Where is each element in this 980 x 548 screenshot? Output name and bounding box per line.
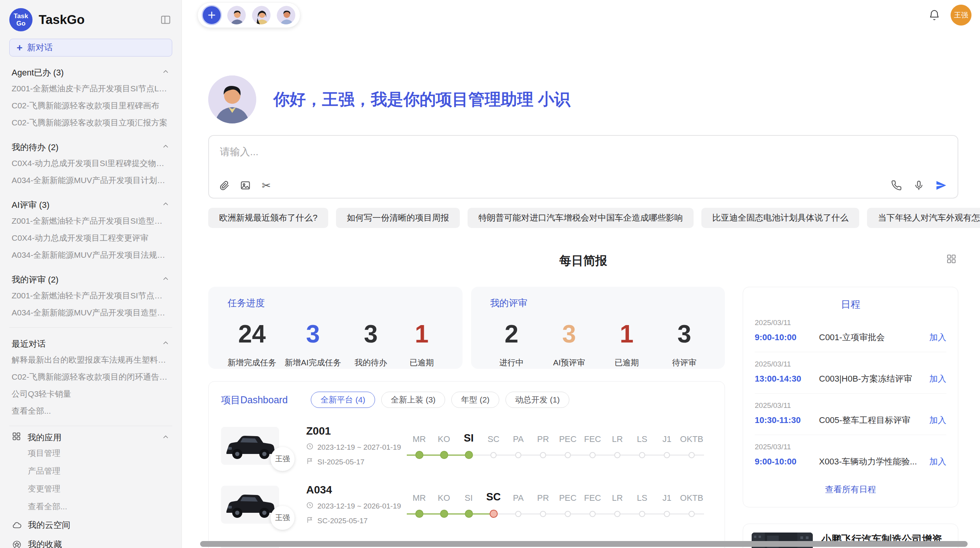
chevron-up-icon[interactable]	[161, 142, 170, 153]
view-all-schedule-link[interactable]: 查看所有日程	[755, 484, 946, 495]
new-chat-button[interactable]: + 新对话	[9, 39, 172, 57]
scrollbar-thumb[interactable]	[200, 541, 968, 547]
project-flag-milestone: SC-2025-05-17	[306, 516, 403, 526]
milestone-dot-OKTB[interactable]	[689, 511, 695, 517]
milestone-dot-MR[interactable]	[415, 451, 423, 459]
milestone-dot-PR[interactable]	[540, 511, 546, 517]
milestone-dot-SC[interactable]	[490, 452, 497, 458]
sidebar-task-item[interactable]: C02-飞腾新能源轻客改款项目里程碑画布	[9, 97, 172, 114]
chat-input[interactable]	[209, 136, 958, 171]
sidebar-task-item[interactable]: Z001-全新燃油皮卡产品开发项目SI节点Lesson Learn报告	[9, 80, 172, 97]
scissors-icon[interactable]: ✂	[260, 179, 272, 192]
join-meeting-link[interactable]: 加入	[929, 456, 946, 468]
milestone-label-OKTB: OKTB	[679, 493, 704, 503]
chevron-up-icon[interactable]	[161, 67, 170, 78]
mic-icon[interactable]	[913, 179, 925, 192]
chevron-up-icon[interactable]	[161, 339, 170, 349]
dashboard-filter-tab[interactable]: 全新平台 (4)	[311, 392, 375, 408]
suggestion-chip[interactable]: 特朗普可能对进口汽车增税会对中国车企造成哪些影响	[468, 208, 694, 228]
sidebar-task-item[interactable]: C02-飞腾新能源轻客改款项目立项汇报方案	[9, 114, 172, 131]
milestone-dot-SI[interactable]	[465, 451, 473, 459]
milestone-dot-SI[interactable]	[465, 510, 473, 518]
suggestion-chip[interactable]: 如何写一份清晰的项目周报	[336, 208, 460, 228]
sidebar-task-item[interactable]: A034-全新新能源MUV产品开发项目法规符合性评审	[9, 247, 172, 264]
main-area: 王强 你好，王强，我是你的项目管理助理 小识 ✂	[182, 0, 980, 548]
sidebar-task-item[interactable]: A034-全新新能源MUV产品开发项目造型可行性评审	[9, 304, 172, 321]
milestone-dot-OKTB[interactable]	[689, 452, 695, 458]
sidebar-task-item[interactable]: C0X4-动力总成开发项目SI里程碑提交物检查	[9, 155, 172, 172]
milestone-dot-PR[interactable]	[540, 452, 546, 458]
sidebar-task-item[interactable]: Z001-全新燃油轻卡产品开发项目SI节点属性5D文件评审	[9, 287, 172, 304]
agent-avatar-2[interactable]	[251, 5, 271, 25]
recent-chat-item[interactable]: 公司Q3轻卡销量	[9, 385, 172, 402]
recent-chat-item[interactable]: C02-飞腾新能源轻客改款项目的闭环通告反馈情况	[9, 368, 172, 385]
app-link-item[interactable]: 变更管理	[9, 480, 172, 498]
join-meeting-link[interactable]: 加入	[929, 332, 946, 343]
chevron-up-icon[interactable]	[161, 274, 170, 285]
milestone-dot-MR[interactable]	[415, 510, 423, 518]
milestone-dot-LS[interactable]	[639, 452, 645, 458]
collapse-sidebar-icon[interactable]	[159, 13, 172, 26]
chevron-up-icon[interactable]	[161, 433, 170, 443]
recent-chat-item[interactable]: 查看全部...	[9, 402, 172, 420]
logo-line1: Task	[14, 12, 28, 20]
milestone-dot-J1[interactable]	[664, 511, 670, 517]
sidebar-group-header-3[interactable]: 我的评审 (2)	[12, 274, 170, 286]
sidebar-task-item[interactable]: A034-全新新能源MUV产品开发项目计划变更表编写	[9, 172, 172, 189]
notifications-bell-icon[interactable]	[928, 9, 941, 21]
project-row-A034[interactable]: 王强 A034 2023-12-19 ~ 2026-01-19 SC-2025-…	[221, 484, 712, 526]
add-agent-button[interactable]	[202, 5, 222, 25]
suggestion-chip[interactable]: 欧洲新规最近颁布了什么?	[208, 208, 328, 228]
sidebar-group-header-0[interactable]: Agent已办 (3)	[12, 67, 170, 79]
milestone-dot-PA[interactable]	[515, 452, 521, 458]
chevron-up-icon[interactable]	[161, 200, 170, 211]
milestone-dot-PA[interactable]	[515, 511, 521, 517]
milestone-dot-KO[interactable]	[440, 451, 448, 459]
milestone-dot-SC[interactable]	[490, 510, 498, 518]
phone-icon[interactable]	[890, 179, 903, 192]
milestone-dot-KO[interactable]	[440, 510, 448, 518]
milestone-dot-PEC[interactable]	[565, 511, 571, 517]
milestone-dot-FEC[interactable]	[589, 511, 596, 517]
sidebar-group-header-1[interactable]: 我的待办 (2)	[12, 142, 170, 153]
milestone-dot-J1[interactable]	[664, 452, 670, 458]
suggestion-chip[interactable]: 比亚迪全固态电池计划具体说了什么	[701, 208, 859, 228]
my-apps-header[interactable]: 我的应用	[12, 432, 170, 444]
app-link-item[interactable]: 产品管理	[9, 462, 172, 480]
brief-layout-grid-icon[interactable]	[946, 253, 957, 266]
project-date-range: 2023-12-19 ~ 2026-01-19	[306, 502, 403, 511]
app-link-item[interactable]: 项目管理	[9, 444, 172, 462]
sidebar-task-item[interactable]: Z001-全新燃油轻卡产品开发项目SI造型提交物评审	[9, 212, 172, 229]
sidebar-link-star[interactable]: 我的收藏	[9, 535, 172, 548]
horizontal-scrollbar[interactable]	[200, 541, 968, 547]
sidebar-group-header-2[interactable]: AI评审 (3)	[12, 199, 170, 211]
star-icon	[12, 539, 22, 548]
app-link-item[interactable]: 查看全部...	[9, 498, 172, 515]
milestone-label-PEC: PEC	[555, 493, 580, 503]
agent-avatar-3[interactable]	[276, 5, 296, 25]
milestone-dot-FEC[interactable]	[589, 452, 596, 458]
recent-chats-header[interactable]: 最近对话	[12, 338, 170, 350]
dashboard-filter-tab[interactable]: 年型 (2)	[451, 392, 499, 408]
group-title: 我的待办 (2)	[12, 142, 58, 153]
dashboard-filter-tab[interactable]: 动总开发 (1)	[505, 392, 570, 408]
recent-chat-item[interactable]: 解释最新出台的欧盟报废车法规再生塑料比例被调至15%...	[9, 351, 172, 368]
schedule-item: 2025/03/11 9:00-10:00 X003-车辆动力学性能验... 加…	[755, 435, 946, 476]
milestone-dot-LS[interactable]	[639, 511, 645, 517]
suggestion-chip[interactable]: 当下年轻人对汽车外观有怎样的喜好趋势	[867, 208, 980, 228]
milestone-dot-PEC[interactable]	[565, 452, 571, 458]
join-meeting-link[interactable]: 加入	[929, 414, 946, 426]
milestone-dot-LR[interactable]	[614, 511, 620, 517]
agent-avatar-1[interactable]	[226, 5, 247, 25]
sidebar-task-item[interactable]: C0X4-动力总成开发项目工程变更评审	[9, 229, 172, 247]
topbar-right: 王强	[928, 5, 971, 26]
project-row-Z001[interactable]: 王强 Z001 2023-12-19 ~ 2027-01-19 SI-2025-…	[221, 425, 712, 467]
dashboard-filter-tab[interactable]: 全新上装 (3)	[381, 392, 445, 408]
paperclip-icon[interactable]	[218, 179, 231, 192]
send-icon[interactable]	[935, 179, 947, 192]
user-avatar[interactable]: 王强	[951, 5, 971, 26]
sidebar-link-cloud[interactable]: 我的云空间	[9, 515, 172, 535]
image-icon[interactable]	[239, 179, 252, 192]
join-meeting-link[interactable]: 加入	[929, 373, 946, 385]
milestone-dot-LR[interactable]	[614, 452, 620, 458]
